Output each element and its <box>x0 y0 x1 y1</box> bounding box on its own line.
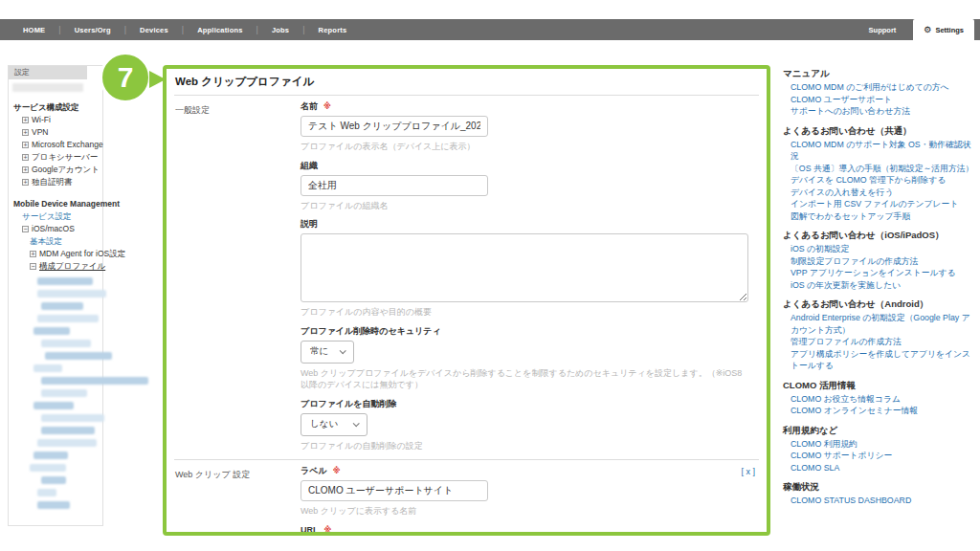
expand-plus-icon[interactable]: + <box>22 142 29 148</box>
help-link[interactable]: デバイスの入れ替えを行う <box>783 187 978 199</box>
expand-plus-icon[interactable]: + <box>30 251 36 257</box>
field-removal-security: プロファイル削除時のセキュリティ 常に Web クリッププロファイルをデバイスか… <box>301 326 759 391</box>
tree-item-mdm-agent-ios[interactable]: + MDM Agent for iOS設定 <box>9 248 102 260</box>
help-link[interactable]: CLOMO MDM のご利用がはじめての方へ <box>783 81 978 94</box>
chevron-down-icon <box>340 347 346 354</box>
nav-tab-users-org[interactable]: Users/Org <box>61 26 124 34</box>
help-link[interactable]: iOS の年次更新を実施したい <box>783 279 978 292</box>
tree-item-label: 構成プロファイル <box>39 260 105 273</box>
help-link[interactable]: サポートへのお問い合わせ方法 <box>783 105 978 118</box>
help-link[interactable]: CLOMO 利用規約 <box>783 438 978 451</box>
tree-group-mdm: Mobile Device Management <box>9 198 102 210</box>
tree-item-proxy-server[interactable]: + プロキシサーバー <box>9 151 102 164</box>
help-link[interactable]: インポート用 CSV ファイルのテンプレート <box>783 198 978 210</box>
tree-item-config-profile-current[interactable]: − 構成プロファイル <box>9 260 102 273</box>
expand-plus-icon[interactable]: + <box>22 166 29 173</box>
redacted-item <box>37 290 106 298</box>
label-text: 説明 <box>301 219 318 230</box>
help-section-title: よくあるお問い合わせ（iOS/iPadOS） <box>783 229 978 241</box>
help-link[interactable]: 制限設定プロファイルの作成方法 <box>783 255 978 268</box>
selected-value: 常に <box>310 345 328 358</box>
nav-tab-devices[interactable]: Devices <box>126 26 182 34</box>
redacted-item <box>37 315 99 322</box>
url-label: URL ※ <box>301 525 759 536</box>
gear-icon: ⚙ <box>924 26 931 34</box>
tree-item-google-account[interactable]: + Googleアカウント <box>9 164 102 176</box>
help-link[interactable]: CLOMO SLA <box>783 462 978 474</box>
tree-item-wifi[interactable]: + Wi-Fi <box>9 114 102 126</box>
auto-remove-select[interactable]: しない <box>301 413 368 436</box>
tree-item-vpn[interactable]: + VPN <box>9 126 102 139</box>
removal-security-label: プロファイル削除時のセキュリティ <box>301 326 759 337</box>
auto-remove-label: プロファイルを自動削除 <box>301 399 759 409</box>
callout-number: 7 <box>118 61 134 94</box>
expand-plus-icon[interactable]: + <box>22 129 29 136</box>
name-input[interactable] <box>301 116 488 137</box>
label-text: 組織 <box>301 161 318 171</box>
nav-settings-label: Settings <box>935 26 964 34</box>
help-link[interactable]: CLOMO STATUS DASHBOARD <box>783 495 978 507</box>
help-link[interactable]: CLOMO MDM のサポート対象 OS・動作確認状況 <box>783 139 978 163</box>
tree-item-custom-cert[interactable]: + 独自証明書 <box>9 176 102 188</box>
help-section-manual: マニュアル CLOMO MDM のご利用がはじめての方へ CLOMO ユーザーサ… <box>783 67 978 118</box>
expand-plus-icon[interactable]: + <box>22 117 29 123</box>
help-link[interactable]: Android Enterprise の初期設定（Google Play アカウ… <box>783 312 978 336</box>
section-general: 一般設定 名前 ※ プロファイルの表示名（デバイス上に表示） 組織 プロファイル… <box>174 96 759 459</box>
tree-item-label: MDM Agent for iOS設定 <box>39 248 125 260</box>
help-section-title: よくあるお問い合わせ（Android） <box>783 298 978 310</box>
redacted-item <box>41 476 66 484</box>
nav-tab-jobs[interactable]: Jobs <box>258 26 302 34</box>
help-section-title: 利用規約など <box>783 424 978 436</box>
help-link[interactable]: 図解でわかるセットアップ手順 <box>783 210 978 223</box>
redacted-item <box>33 327 70 335</box>
name-label: 名前 ※ <box>301 101 759 112</box>
redacted-item <box>33 402 74 409</box>
redacted-item <box>37 501 70 509</box>
nav-settings-tab-active[interactable]: ⚙ Settings <box>913 19 974 40</box>
clomo-settings-page: HOME | Users/Org | Devices | Application… <box>0 0 980 551</box>
help-link[interactable]: CLOMO サポートポリシー <box>783 450 978 462</box>
nav-tab-home[interactable]: HOME <box>10 26 58 34</box>
tree-item-basic-settings[interactable]: 基本設定 <box>9 235 102 248</box>
tree-item-label: 独自証明書 <box>32 176 73 188</box>
help-link[interactable]: VPP アプリケーションをインストールする <box>783 267 978 279</box>
removal-security-select[interactable]: 常に <box>301 341 354 364</box>
help-link[interactable]: 管理プロファイルの作成方法 <box>783 336 978 348</box>
tree-item-label: 基本設定 <box>30 235 62 248</box>
help-section-faq-common: よくあるお問い合わせ（共通） CLOMO MDM のサポート対象 OS・動作確認… <box>783 124 978 223</box>
organization-input[interactable] <box>301 175 488 196</box>
help-section-title: よくあるお問い合わせ（共通） <box>783 124 978 137</box>
help-link[interactable]: 〔OS 共通〕導入の手順（初期設定～活用方法） <box>783 163 978 175</box>
remove-webclip-link[interactable]: [ x ] <box>741 467 755 476</box>
help-link[interactable]: CLOMO オンラインセミナー情報 <box>783 405 978 417</box>
help-section-title: マニュアル <box>783 67 978 79</box>
top-navbar: HOME | Users/Org | Devices | Application… <box>0 19 980 40</box>
tree-item-ms-exchange[interactable]: + Microsoft Exchange <box>9 139 102 151</box>
help-link[interactable]: CLOMO ユーザーサポート <box>783 94 978 106</box>
tree-item-label: サービス設定 <box>22 210 72 223</box>
help-section-terms: 利用規約など CLOMO 利用規約 CLOMO サポートポリシー CLOMO S… <box>783 424 978 474</box>
nav-tab-applications[interactable]: Applications <box>184 26 256 34</box>
tree-group-service-config: サービス構成設定 <box>9 101 102 114</box>
help-link[interactable]: iOS の初期設定 <box>783 243 978 255</box>
nav-support-link[interactable]: Support <box>852 19 914 40</box>
redacted-item <box>41 389 87 397</box>
expand-minus-icon[interactable]: − <box>30 263 36 270</box>
webclip-label-input[interactable] <box>301 480 488 501</box>
selected-value: しない <box>310 418 338 430</box>
redacted-item <box>41 427 95 434</box>
help-link[interactable]: デバイスを CLOMO 管理下から削除する <box>783 174 978 187</box>
description-textarea[interactable] <box>301 233 748 302</box>
callout-step-badge: 7 <box>100 52 151 103</box>
tree-item-label: VPN <box>32 126 48 139</box>
required-mark: ※ <box>324 525 332 536</box>
expand-plus-icon[interactable]: + <box>22 179 29 186</box>
help-link[interactable]: CLOMO お役立ち情報コラム <box>783 393 978 406</box>
field-name: 名前 ※ プロファイルの表示名（デバイス上に表示） <box>301 101 759 153</box>
expand-plus-icon[interactable]: + <box>22 154 29 161</box>
expand-minus-icon[interactable]: − <box>22 226 29 232</box>
tree-item-ios-macos[interactable]: − iOS/macOS <box>9 223 102 235</box>
help-link[interactable]: アプリ構成ポリシーを作成してアプリをインストールする <box>783 348 978 372</box>
tree-item-service-settings[interactable]: サービス設定 <box>9 210 102 223</box>
nav-tab-reports[interactable]: Reports <box>305 26 361 34</box>
